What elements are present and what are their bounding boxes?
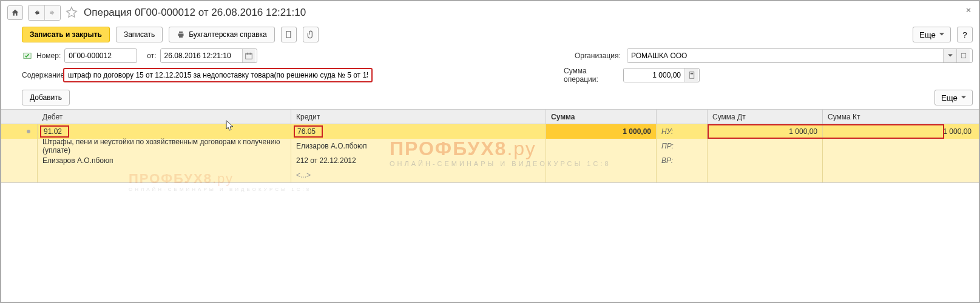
- table-more-label: Еще: [941, 93, 958, 102]
- row-marker: [19, 124, 38, 139]
- attach-button[interactable]: [303, 27, 319, 42]
- home-icon: [11, 8, 19, 17]
- paperclip-icon: [306, 30, 315, 39]
- arrow-left-icon: [33, 9, 40, 16]
- calendar-icon: [245, 52, 252, 59]
- sum-dt-value[interactable]: 1 000,00: [708, 124, 823, 139]
- organization-input[interactable]: [627, 49, 943, 62]
- posting-row[interactable]: 91.02 76.05 1 000,00 НУ: 1 000,00 1 000,…: [1, 124, 979, 139]
- credit-desc: Елизаров А.О.пбоюп: [291, 139, 546, 153]
- org-select-button[interactable]: [943, 49, 956, 62]
- posting-subrow[interactable]: Штрафы, пени и неустойки по хозяйственны…: [1, 139, 979, 153]
- row-nu-label: НУ:: [657, 124, 708, 139]
- posting-subrow[interactable]: Елизаров А.О.пбоюп 212 от 22.12.2012 ВР:: [1, 153, 979, 168]
- more-button[interactable]: Еще: [913, 27, 951, 42]
- calculator-button[interactable]: [684, 68, 698, 82]
- forward-button[interactable]: [44, 5, 60, 20]
- header-sumdt: Сумма Дт: [708, 110, 823, 124]
- svg-rect-5: [690, 73, 693, 74]
- org-label: Организация:: [575, 52, 623, 60]
- more-label: Еще: [919, 30, 936, 39]
- arrow-right-icon: [49, 9, 56, 16]
- home-button[interactable]: [7, 5, 23, 20]
- postings-table: Дебет Кредит Сумма Сумма Дт Сумма Кт 91.…: [1, 109, 979, 183]
- org-open-button[interactable]: [956, 49, 970, 62]
- sum-kt-value[interactable]: 1 000,00: [823, 124, 979, 139]
- header-sum: Сумма: [546, 110, 657, 124]
- copy-button[interactable]: [281, 27, 297, 42]
- content-label: Содержание:: [22, 71, 59, 79]
- save-and-close-button[interactable]: Записать и закрыть: [22, 27, 110, 42]
- svg-point-6: [27, 130, 30, 133]
- document-icon: [285, 30, 293, 39]
- number-label: Номер:: [36, 52, 61, 60]
- header-type: [657, 110, 708, 124]
- date-input[interactable]: [161, 49, 242, 62]
- debit-sub: Елизаров А.О.пбоюп: [38, 153, 291, 168]
- printer-icon: [177, 31, 185, 38]
- credit-ellipsis: <...>: [291, 168, 546, 182]
- save-button[interactable]: Записать: [116, 27, 163, 42]
- chevron-down-icon: [948, 53, 953, 58]
- chevron-down-icon: [939, 32, 944, 37]
- svg-rect-3: [961, 53, 966, 58]
- from-label: от:: [147, 52, 156, 60]
- calculator-icon: [689, 72, 695, 79]
- row-pr-label: ПР:: [657, 139, 708, 153]
- number-input[interactable]: [64, 48, 137, 63]
- debit-desc: Штрафы, пени и неустойки по хозяйственны…: [38, 139, 291, 153]
- favorite-star-icon[interactable]: [66, 6, 79, 19]
- credit-account[interactable]: 76.05: [294, 125, 323, 138]
- svg-rect-2: [246, 53, 252, 59]
- debit-account[interactable]: 91.02: [40, 125, 69, 138]
- back-button[interactable]: [29, 5, 44, 20]
- add-row-button[interactable]: Добавить: [22, 90, 70, 105]
- accounting-ref-label: Бухгалтерская справка: [189, 30, 267, 39]
- chevron-down-icon: [961, 95, 966, 100]
- credit-sub: 212 от 22.12.2012: [291, 153, 546, 168]
- header-sumkt: Сумма Кт: [823, 110, 979, 124]
- close-icon[interactable]: ✕: [965, 6, 972, 15]
- posting-sum[interactable]: 1 000,00: [546, 124, 657, 139]
- table-more-button[interactable]: Еще: [934, 90, 973, 105]
- help-button[interactable]: ?: [957, 27, 973, 42]
- row-handle-icon: [25, 128, 32, 135]
- calendar-button[interactable]: [242, 49, 255, 62]
- open-icon: [961, 53, 967, 59]
- content-input[interactable]: [63, 68, 373, 82]
- accounting-ref-button[interactable]: Бухгалтерская справка: [169, 27, 275, 42]
- header-debit: Дебет: [38, 110, 291, 124]
- table-header: Дебет Кредит Сумма Сумма Дт Сумма Кт: [1, 110, 979, 124]
- posting-subrow[interactable]: <...>: [1, 168, 979, 182]
- row-vr-label: ВР:: [657, 153, 708, 168]
- cursor-icon: [226, 120, 234, 131]
- posted-indicator-icon: [22, 50, 33, 61]
- opsum-label: Сумма операции:: [564, 67, 620, 84]
- svg-rect-0: [286, 32, 291, 38]
- window-title: Операция 0Г00-000012 от 26.08.2016 12:21…: [84, 7, 306, 19]
- header-credit: Кредит: [291, 110, 546, 124]
- operation-sum-input[interactable]: [624, 68, 684, 82]
